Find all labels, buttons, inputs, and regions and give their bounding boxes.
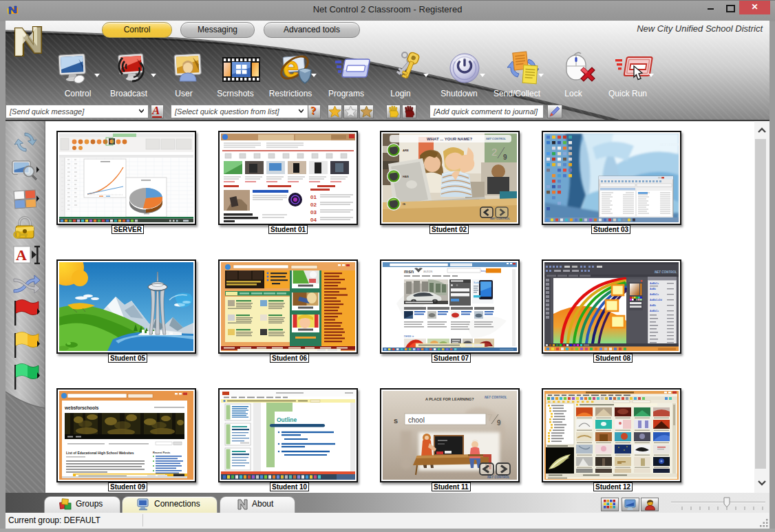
- svg-text:01: 01: [310, 194, 317, 200]
- svg-text:7: 7: [487, 412, 493, 423]
- svg-text:9: 9: [503, 153, 507, 161]
- svg-text:HAS: HAS: [403, 175, 409, 178]
- svg-text:autos: autos: [423, 269, 433, 273]
- svg-text:WHAT ... YOUR NAME?: WHAT ... YOUR NAME?: [427, 137, 472, 141]
- svg-text:02: 02: [310, 202, 317, 208]
- svg-text:IS: IS: [403, 202, 405, 206]
- svg-text:03: 03: [310, 209, 317, 215]
- svg-text:Outline: Outline: [277, 416, 297, 423]
- svg-text:s: s: [394, 416, 398, 425]
- svg-text:04: 04: [310, 217, 317, 222]
- svg-text:AaBb: AaBb: [650, 288, 656, 290]
- svg-text:Surface: Surface: [474, 281, 482, 284]
- svg-text:NET CONTROL: NET CONTROL: [655, 270, 677, 274]
- svg-text:news »: news »: [404, 334, 414, 338]
- svg-text:NET CONTROL: NET CONTROL: [486, 137, 506, 140]
- svg-text:bing: bing: [481, 269, 487, 273]
- svg-text:9: 9: [497, 419, 501, 427]
- svg-text:AaBbCc: AaBbCc: [650, 282, 659, 285]
- svg-text:A: A: [16, 246, 27, 264]
- svg-text:List of Educational High Schoo: List of Educational High School Websites: [66, 451, 134, 455]
- svg-text:A PLACE FOR LEARNING?: A PLACE FOR LEARNING?: [425, 397, 474, 401]
- svg-text:NET CONTROL: NET CONTROL: [660, 143, 679, 147]
- svg-text:AaBbCc: AaBbCc: [650, 293, 659, 296]
- svg-text:NET CONTROL: NET CONTROL: [485, 396, 507, 399]
- svg-text:AaBbCc: AaBbCc: [650, 310, 659, 312]
- svg-text:NET CONTROL: NET CONTROL: [487, 476, 510, 479]
- svg-text:chool: chool: [408, 416, 425, 424]
- svg-text:msn: msn: [404, 269, 414, 274]
- svg-text:AaBbCcDd: AaBbCcDd: [650, 299, 662, 301]
- svg-text:2: 2: [491, 146, 497, 158]
- svg-text:websforschools: websforschools: [64, 405, 99, 410]
- svg-text:Recent Posts: Recent Posts: [153, 451, 171, 454]
- svg-text:ARE: ARE: [403, 149, 409, 152]
- svg-text:AaBb: AaBb: [650, 304, 656, 307]
